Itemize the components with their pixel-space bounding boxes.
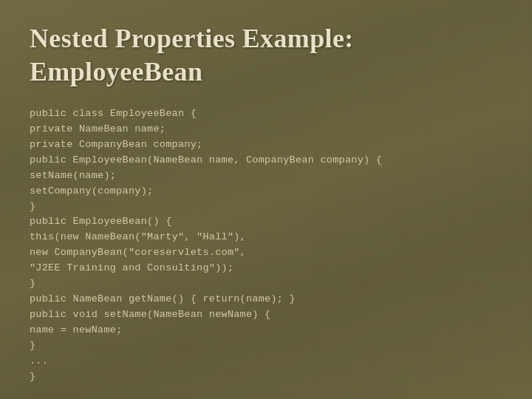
slide-title: Nested Properties Example: EmployeeBean	[30, 22, 502, 89]
title-line2: EmployeeBean	[30, 57, 202, 86]
slide: Nested Properties Example: EmployeeBean …	[0, 0, 532, 399]
code-block: public class EmployeeBean { private Name…	[30, 106, 502, 385]
title-line1: Nested Properties Example:	[30, 24, 354, 53]
slide-content: Nested Properties Example: EmployeeBean …	[30, 22, 502, 385]
